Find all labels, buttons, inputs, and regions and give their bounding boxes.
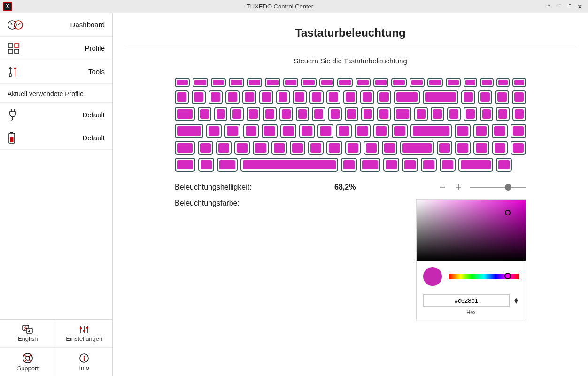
sidebar-footer-language[interactable]: 文 A English: [0, 320, 56, 348]
brightness-decrease-button[interactable]: −: [438, 182, 447, 192]
keyboard-key: [253, 141, 268, 155]
keyboard-key: [243, 124, 259, 138]
keyboard-key: [414, 107, 428, 121]
page-subtitle: Steuern Sie die Tastaturbeleuchtung: [125, 57, 576, 65]
keyboard-key: [293, 90, 307, 104]
keyboard-key: [242, 90, 256, 104]
keyboard-key: [377, 107, 391, 121]
tools-icon: [8, 66, 26, 78]
keyboard-key: [440, 158, 456, 172]
keyboard-key: [319, 78, 334, 87]
sidebar-profiles-header: Aktuell verwendete Profile: [0, 84, 112, 103]
color-picker: ▲▼ Hex: [416, 199, 526, 320]
keyboard-key: [383, 158, 399, 172]
keyboard-key: [328, 107, 342, 121]
window-minimize-button[interactable]: ˅: [554, 1, 565, 12]
keyboard-key: [496, 107, 510, 121]
keyboard-key: [193, 78, 208, 87]
keyboard-key: [480, 107, 494, 121]
brightness-slider-thumb[interactable]: [505, 184, 511, 191]
profile-label: Default: [26, 134, 105, 142]
keyboard-key: [279, 107, 293, 121]
keyboard-key: [480, 78, 494, 87]
sidebar-footer-support[interactable]: Support: [0, 348, 56, 376]
svg-text:A: A: [28, 330, 31, 333]
keyboard-key: [192, 90, 206, 104]
svg-rect-5: [15, 44, 19, 47]
svg-rect-12: [10, 137, 14, 142]
keyboard-key: [364, 141, 379, 155]
saturation-value-cursor[interactable]: [505, 210, 511, 215]
svg-rect-7: [15, 49, 19, 53]
svg-text:文: 文: [23, 326, 27, 330]
title-separator: [125, 46, 576, 46]
keyboard-key: [280, 124, 296, 138]
keyboard-key: [455, 141, 471, 155]
svg-point-26: [84, 355, 85, 357]
keyboard-key: [402, 158, 418, 172]
sidebar-item-tools[interactable]: Tools: [0, 60, 112, 84]
keyboard-key: [455, 124, 471, 138]
keyboard-key: [209, 90, 223, 104]
window-maximize-button[interactable]: ˄: [565, 1, 575, 12]
hue-cursor[interactable]: [504, 273, 511, 279]
sidebar-footer-info[interactable]: Info: [56, 348, 113, 376]
window-shade-button[interactable]: ⌃: [544, 1, 554, 12]
keyboard-key: [271, 141, 287, 155]
keyboard-key: [276, 90, 290, 104]
keyboard-key: [240, 158, 338, 172]
hex-type-label: Hex: [417, 309, 526, 320]
keyboard-key: [356, 78, 371, 87]
sidebar-profile-battery[interactable]: Default: [0, 126, 112, 150]
keyboard-key: [175, 90, 189, 104]
hue-slider[interactable]: [449, 274, 519, 279]
keyboard-key: [175, 124, 203, 138]
keyboard-key: [392, 124, 408, 138]
svg-rect-6: [8, 49, 13, 53]
keyboard-key: [394, 107, 411, 121]
keyboard-key: [265, 78, 280, 87]
keyboard-key: [464, 78, 477, 87]
keyboard-key: [317, 124, 333, 138]
keyboard-key: [296, 107, 309, 121]
keyboard-key: [343, 90, 357, 104]
keyboard-key: [198, 141, 213, 155]
keyboard-key: [373, 78, 388, 87]
keyboard-key: [234, 141, 250, 155]
keyboard-key: [447, 107, 461, 121]
profile-icon: [8, 43, 26, 54]
keyboard-key: [290, 141, 305, 155]
keyboard-key: [492, 141, 508, 155]
keyboard-key: [492, 124, 508, 138]
window-close-button[interactable]: ✕: [575, 1, 585, 12]
color-row: Beleuchtungsfarbe:: [175, 199, 526, 320]
keyboard-key: [512, 107, 526, 121]
sidebar-profile-ac[interactable]: Default: [0, 103, 112, 126]
hex-input[interactable]: [423, 294, 510, 307]
brightness-increase-button[interactable]: +: [454, 182, 463, 192]
saturation-value-area[interactable]: [417, 200, 526, 261]
keyboard-key: [431, 107, 444, 121]
keyboard-key: [225, 90, 240, 104]
sidebar-item-profile[interactable]: Profile: [0, 37, 112, 60]
keyboard-key: [511, 124, 526, 138]
keyboard-key: [308, 141, 324, 155]
keyboard-key: [175, 158, 195, 172]
keyboard-key: [262, 124, 278, 138]
keyboard-key: [175, 107, 195, 121]
keyboard-key: [461, 90, 475, 104]
info-icon: [79, 353, 89, 363]
sidebar-footer-settings[interactable]: Einstellungen: [56, 320, 113, 348]
hex-format-stepper[interactable]: ▲▼: [513, 298, 519, 303]
window-title: TUXEDO Control Center: [16, 3, 544, 10]
keyboard-key: [175, 78, 190, 87]
keyboard-key: [355, 124, 371, 138]
sidebar-item-dashboard[interactable]: Dashboard: [0, 13, 112, 37]
brightness-slider[interactable]: [470, 187, 526, 188]
keyboard-key: [382, 141, 397, 155]
keyboard-key: [263, 107, 277, 121]
keyboard-key: [496, 158, 512, 172]
keyboard-key: [512, 90, 526, 104]
sidebar-footer-label: Einstellungen: [66, 335, 102, 342]
brightness-row: Beleuchtungshelligkeit: 68,2% − +: [175, 182, 526, 192]
